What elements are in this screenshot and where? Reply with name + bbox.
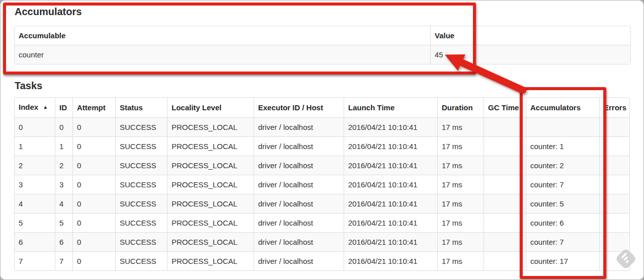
tasks-cell-gc-time bbox=[484, 194, 526, 213]
tasks-cell-executor-id-host: driver / localhost bbox=[254, 194, 344, 213]
tasks-cell-status: SUCCESS bbox=[115, 213, 167, 232]
tasks-cell-locality-level: PROCESS_LOCAL bbox=[167, 175, 254, 194]
tasks-cell-duration: 17 ms bbox=[437, 194, 484, 213]
tasks-cell-attempt: 0 bbox=[72, 156, 115, 175]
tasks-cell-status: SUCCESS bbox=[115, 232, 167, 251]
tasks-header-row: Index▲IDAttemptStatusLocality LevelExecu… bbox=[15, 98, 629, 117]
tasks-cell-launch-time: 2016/04/21 10:10:41 bbox=[344, 156, 437, 175]
tasks-cell-status: SUCCESS bbox=[115, 156, 167, 175]
tasks-header-status[interactable]: Status bbox=[115, 98, 167, 117]
tasks-cell-attempt: 0 bbox=[72, 251, 115, 270]
tasks-cell-errors bbox=[599, 136, 629, 156]
tasks-header-label: Errors bbox=[604, 103, 626, 112]
sort-ascending-icon: ▲ bbox=[43, 104, 48, 110]
tasks-header-attempt[interactable]: Attempt bbox=[72, 98, 115, 117]
tasks-cell-attempt: 0 bbox=[72, 136, 115, 156]
tasks-section-title: Tasks bbox=[15, 80, 630, 92]
tasks-cell-locality-level: PROCESS_LOCAL bbox=[167, 251, 254, 270]
tasks-cell-locality-level: PROCESS_LOCAL bbox=[167, 117, 254, 136]
tasks-header-executor-id-host[interactable]: Executor ID / Host bbox=[254, 98, 344, 117]
feedly-watermark-icon bbox=[614, 247, 638, 271]
tasks-header-accumulators[interactable]: Accumulators bbox=[526, 98, 599, 117]
tasks-header-label: Attempt bbox=[77, 103, 106, 112]
tasks-cell-gc-time bbox=[484, 156, 526, 175]
tasks-cell-launch-time: 2016/04/21 10:10:41 bbox=[344, 213, 437, 232]
tasks-row: 000SUCCESSPROCESS_LOCALdriver / localhos… bbox=[15, 117, 629, 136]
tasks-cell-locality-level: PROCESS_LOCAL bbox=[167, 232, 254, 251]
tasks-cell-index: 7 bbox=[15, 251, 55, 270]
tasks-cell-status: SUCCESS bbox=[115, 194, 167, 213]
accumulable-cell-value: 45 bbox=[430, 45, 630, 64]
tasks-cell-duration: 17 ms bbox=[437, 175, 484, 194]
accumulable-header-accumulable[interactable]: Accumulable bbox=[15, 26, 430, 45]
tasks-row: 440SUCCESSPROCESS_LOCALdriver / localhos… bbox=[15, 194, 629, 213]
tasks-row: 550SUCCESSPROCESS_LOCALdriver / localhos… bbox=[15, 213, 629, 232]
tasks-cell-id: 4 bbox=[55, 194, 72, 213]
tasks-row: 220SUCCESSPROCESS_LOCALdriver / localhos… bbox=[15, 156, 629, 175]
tasks-cell-executor-id-host: driver / localhost bbox=[254, 213, 344, 232]
tasks-cell-gc-time bbox=[484, 117, 526, 136]
tasks-header-label: ID bbox=[59, 103, 67, 112]
tasks-table: Index▲IDAttemptStatusLocality LevelExecu… bbox=[14, 97, 630, 271]
accumulators-section-title: Accumulators bbox=[15, 6, 630, 18]
tasks-cell-gc-time bbox=[484, 175, 526, 194]
tasks-cell-id: 5 bbox=[55, 213, 72, 232]
tasks-header-duration[interactable]: Duration bbox=[437, 98, 484, 117]
accumulable-cell-accumulable: counter bbox=[15, 45, 430, 64]
tasks-cell-launch-time: 2016/04/21 10:10:41 bbox=[344, 175, 437, 194]
tasks-cell-duration: 17 ms bbox=[437, 156, 484, 175]
tasks-cell-gc-time bbox=[484, 232, 526, 251]
tasks-cell-executor-id-host: driver / localhost bbox=[254, 232, 344, 251]
tasks-cell-attempt: 0 bbox=[72, 175, 115, 194]
tasks-cell-errors bbox=[599, 117, 629, 136]
tasks-cell-id: 3 bbox=[55, 175, 72, 194]
accumulable-header-value[interactable]: Value bbox=[430, 26, 630, 45]
tasks-cell-accumulators: counter: 6 bbox=[526, 213, 599, 232]
tasks-cell-id: 0 bbox=[55, 117, 72, 136]
tasks-header-index[interactable]: Index▲ bbox=[15, 98, 55, 117]
tasks-cell-attempt: 0 bbox=[72, 213, 115, 232]
tasks-cell-status: SUCCESS bbox=[115, 251, 167, 270]
tasks-header-label: Accumulators bbox=[530, 103, 581, 112]
accumulable-table-body: counter45 bbox=[15, 45, 630, 64]
accumulable-header-label: Accumulable bbox=[19, 31, 65, 40]
tasks-cell-duration: 17 ms bbox=[437, 117, 484, 136]
tasks-cell-duration: 17 ms bbox=[437, 213, 484, 232]
tasks-cell-index: 0 bbox=[15, 117, 55, 136]
tasks-cell-gc-time bbox=[484, 136, 526, 156]
tasks-cell-id: 2 bbox=[55, 156, 72, 175]
tasks-header-label: Duration bbox=[442, 103, 473, 112]
tasks-cell-locality-level: PROCESS_LOCAL bbox=[167, 156, 254, 175]
tasks-header-label: Index bbox=[19, 103, 38, 111]
accumulable-table: AccumulableValue counter45 bbox=[14, 26, 631, 64]
tasks-cell-accumulators: counter: 5 bbox=[526, 194, 599, 213]
tasks-cell-status: SUCCESS bbox=[115, 175, 167, 194]
tasks-header-errors[interactable]: Errors bbox=[599, 98, 629, 117]
tasks-row: 110SUCCESSPROCESS_LOCALdriver / localhos… bbox=[15, 136, 629, 156]
tasks-cell-executor-id-host: driver / localhost bbox=[254, 136, 344, 156]
tasks-cell-id: 6 bbox=[55, 232, 72, 251]
tasks-cell-errors bbox=[599, 175, 629, 194]
tasks-cell-locality-level: PROCESS_LOCAL bbox=[167, 213, 254, 232]
tasks-cell-accumulators bbox=[526, 117, 599, 136]
tasks-header-label: Launch Time bbox=[348, 103, 394, 112]
tasks-cell-executor-id-host: driver / localhost bbox=[254, 117, 344, 136]
tasks-header-id[interactable]: ID bbox=[55, 98, 72, 117]
tasks-cell-gc-time bbox=[484, 213, 526, 232]
tasks-header-locality-level[interactable]: Locality Level bbox=[167, 98, 254, 117]
tasks-row: 660SUCCESSPROCESS_LOCALdriver / localhos… bbox=[15, 232, 629, 251]
tasks-cell-gc-time bbox=[484, 251, 526, 270]
tasks-header-launch-time[interactable]: Launch Time bbox=[344, 98, 437, 117]
tasks-cell-accumulators: counter: 7 bbox=[526, 232, 599, 251]
tasks-header-label: Status bbox=[120, 103, 143, 112]
tasks-cell-launch-time: 2016/04/21 10:10:41 bbox=[344, 117, 437, 136]
tasks-cell-launch-time: 2016/04/21 10:10:41 bbox=[344, 136, 437, 156]
tasks-cell-duration: 17 ms bbox=[437, 232, 484, 251]
tasks-row: 330SUCCESSPROCESS_LOCALdriver / localhos… bbox=[15, 175, 629, 194]
tasks-table-body: 000SUCCESSPROCESS_LOCALdriver / localhos… bbox=[15, 117, 629, 270]
tasks-header-gc-time[interactable]: GC Time bbox=[484, 98, 526, 117]
accumulable-row: counter45 bbox=[15, 45, 630, 64]
tasks-cell-launch-time: 2016/04/21 10:10:41 bbox=[344, 232, 437, 251]
tasks-cell-launch-time: 2016/04/21 10:10:41 bbox=[344, 251, 437, 270]
accumulable-table-header: AccumulableValue bbox=[15, 26, 630, 45]
